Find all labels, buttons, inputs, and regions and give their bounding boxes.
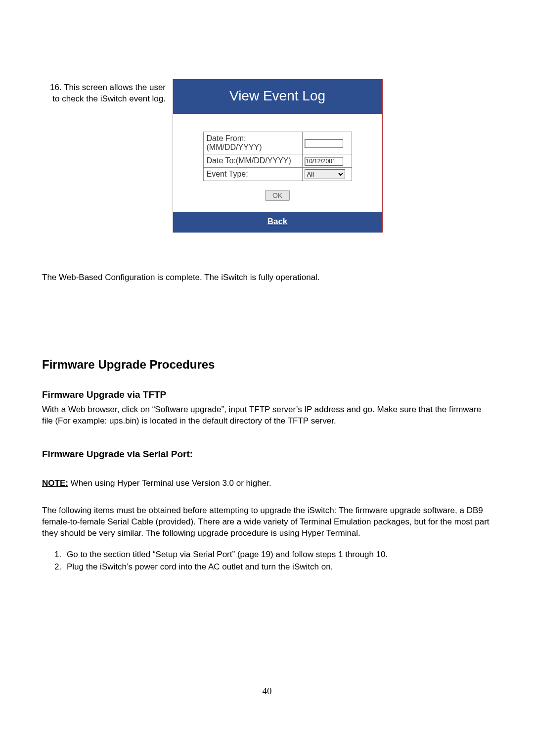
tftp-body: With a Web browser, click on “Software u… [42,404,492,427]
field-table: Date From:(MM/DD/YYYY) Date To:(MM/DD/YY… [203,132,352,181]
panel-body: Date From:(MM/DD/YYYY) Date To:(MM/DD/YY… [173,114,382,212]
note-line: NOTE: When using Hyper Terminal use Vers… [42,478,492,488]
date-from-input[interactable] [305,139,343,148]
note-label: NOTE: [42,478,68,488]
event-type-label: Event Type: [203,168,302,181]
note-body: When using Hyper Terminal use Version 3.… [68,478,271,488]
date-to-input[interactable] [305,157,343,166]
panel-title: View Event Log [173,79,382,114]
date-to-label: Date To:(MM/DD/YYYY) [203,154,302,168]
list-item: Go to the section titled “Setup via Seri… [64,549,492,561]
heading-firmware-procedures: Firmware Upgrade Procedures [42,358,492,372]
date-from-label: Date From:(MM/DD/YYYY) [203,132,302,154]
page-number: 40 [0,686,534,697]
event-log-panel: View Event Log Date From:(MM/DD/YYYY) Da… [173,79,383,233]
event-type-select[interactable]: All [305,169,345,179]
step-caption: 16. This screen allows the user to check… [42,79,166,105]
back-link[interactable]: Back [267,217,288,226]
serial-steps-list: Go to the section titled “Setup via Seri… [42,549,492,573]
ok-button[interactable]: OK [265,190,290,201]
list-item: Plug the iSwitch’s power cord into the A… [64,562,492,573]
heading-tftp: Firmware Upgrade via TFTP [42,389,492,400]
serial-intro: The following items must be obtained bef… [42,505,492,539]
panel-footer: Back [173,212,382,233]
heading-serial: Firmware Upgrade via Serial Port: [42,449,492,460]
config-complete-text: The Web-Based Configuration is complete.… [42,272,492,284]
